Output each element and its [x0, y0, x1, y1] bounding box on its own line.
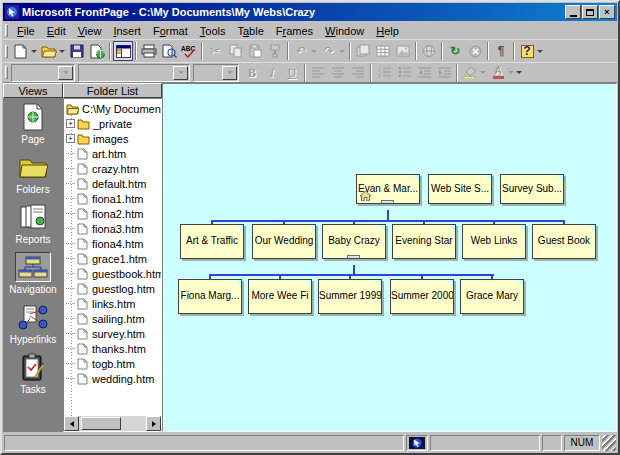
undo-button[interactable]: ↶ [291, 41, 311, 61]
view-item-folders[interactable]: Folders [3, 148, 63, 198]
nav-node-home[interactable]: Evan & Mar... [356, 174, 420, 204]
folder-list-hscrollbar[interactable] [64, 416, 161, 431]
stop-button[interactable] [465, 41, 485, 61]
tree-file[interactable]: art.htm [64, 146, 161, 161]
expand-plus-icon[interactable]: + [66, 119, 75, 128]
help-button[interactable]: ? [517, 41, 537, 61]
formatting-options-arrow[interactable] [516, 71, 522, 74]
style-combobox[interactable] [11, 64, 75, 82]
redo-button[interactable]: ↷ [319, 41, 339, 61]
tree-file[interactable]: togb.htm [64, 356, 161, 371]
highlight-color-button[interactable] [460, 63, 480, 83]
increase-indent-button[interactable] [434, 63, 454, 83]
open-button[interactable] [39, 41, 59, 61]
collapse-toggle[interactable] [347, 255, 360, 259]
view-item-hyperlinks[interactable]: Hyperlinks [3, 298, 63, 348]
font-color-dropdown-arrow[interactable] [508, 71, 514, 74]
insert-picture-button[interactable] [393, 41, 413, 61]
insert-table-button[interactable] [373, 41, 393, 61]
paste-button[interactable] [245, 41, 265, 61]
menu-table[interactable]: Table [231, 24, 269, 38]
maximize-button[interactable] [582, 5, 598, 19]
font-color-button[interactable]: A [488, 63, 508, 83]
scroll-thumb[interactable] [81, 417, 121, 430]
close-button[interactable]: × [599, 5, 615, 19]
tree-file[interactable]: guestlog.htm [64, 281, 161, 296]
decrease-indent-button[interactable] [414, 63, 434, 83]
nav-node[interactable]: Evening Star [392, 224, 456, 259]
menu-file[interactable]: File [11, 24, 41, 38]
font-combobox[interactable] [78, 64, 190, 82]
publish-web-button[interactable] [87, 41, 107, 61]
menu-view[interactable]: View [72, 24, 108, 38]
tree-file[interactable]: wedding.htm [64, 371, 161, 386]
view-item-navigation[interactable]: Navigation [3, 248, 63, 298]
folder-list-toggle-button[interactable] [113, 41, 133, 61]
menu-insert[interactable]: Insert [107, 24, 147, 38]
nav-node[interactable]: Web Site S... [428, 174, 492, 204]
standard-toolbar-grip[interactable] [5, 45, 8, 58]
tree-file[interactable]: grace1.htm [64, 251, 161, 266]
tree-file[interactable]: survey.htm [64, 326, 161, 341]
menu-frames[interactable]: Frames [270, 24, 319, 38]
align-right-button[interactable] [348, 63, 368, 83]
font-size-combobox[interactable] [193, 64, 239, 82]
align-left-button[interactable] [308, 63, 328, 83]
cut-button[interactable]: ✂ [205, 41, 225, 61]
nav-node[interactable]: Guest Book [532, 224, 596, 259]
hyperlink-button[interactable] [419, 41, 439, 61]
tree-file[interactable]: fiona2.htm [64, 206, 161, 221]
tree-file[interactable]: sailing.htm [64, 311, 161, 326]
format-painter-button[interactable] [265, 41, 285, 61]
numbered-list-button[interactable]: 12 [374, 63, 394, 83]
tree-folder-private[interactable]: + _private [64, 116, 161, 131]
nav-node[interactable]: Summer 1999 [318, 279, 382, 314]
minimize-button[interactable] [565, 5, 581, 19]
align-center-button[interactable] [328, 63, 348, 83]
new-page-dropdown-arrow[interactable] [31, 50, 37, 53]
tree-file[interactable]: default.htm [64, 176, 161, 191]
scroll-left-button[interactable] [64, 416, 79, 431]
tree-file[interactable]: fiona4.htm [64, 236, 161, 251]
spelling-button[interactable]: ABC [179, 41, 199, 61]
highlight-dropdown-arrow[interactable] [480, 71, 486, 74]
insert-component-button[interactable] [353, 41, 373, 61]
show-all-button[interactable]: ¶ [491, 41, 511, 61]
nav-node[interactable]: Grace Mary [460, 279, 524, 314]
nav-node[interactable]: Our Wedding [252, 224, 316, 259]
view-item-tasks[interactable]: Tasks [3, 348, 63, 398]
new-page-button[interactable] [11, 41, 31, 61]
formatting-toolbar-grip[interactable] [5, 66, 8, 79]
view-item-reports[interactable]: Reports [3, 198, 63, 248]
tree-file[interactable]: guestbook.htm [64, 266, 161, 281]
tree-folder-images[interactable]: + images [64, 131, 161, 146]
nav-node[interactable]: Summer 2000 [390, 279, 454, 314]
resize-grip[interactable] [602, 435, 616, 451]
save-button[interactable] [67, 41, 87, 61]
preview-in-browser-button[interactable] [159, 41, 179, 61]
menu-tools[interactable]: Tools [194, 24, 232, 38]
tree-file[interactable]: thanks.htm [64, 341, 161, 356]
redo-dropdown-arrow[interactable] [339, 50, 345, 53]
tree-file[interactable]: fiona1.htm [64, 191, 161, 206]
copy-button[interactable] [225, 41, 245, 61]
nav-node[interactable]: More Wee Fi [248, 279, 312, 314]
nav-node[interactable]: Survey Sub... [500, 174, 564, 204]
undo-dropdown-arrow[interactable] [311, 50, 317, 53]
nav-node[interactable]: Web Links [462, 224, 526, 259]
bulleted-list-button[interactable] [394, 63, 414, 83]
menu-format[interactable]: Format [147, 24, 194, 38]
menu-grip[interactable] [5, 24, 8, 37]
toolbar-options-arrow[interactable] [537, 50, 543, 53]
bold-button[interactable]: B [242, 63, 262, 83]
underline-button[interactable]: U [282, 63, 302, 83]
navigation-canvas[interactable]: Evan & Mar... Web Site S... Survey Sub..… [162, 83, 617, 432]
nav-node[interactable]: Fiona Marg... [178, 279, 242, 314]
refresh-button[interactable]: ↻ [445, 41, 465, 61]
menu-help[interactable]: Help [370, 24, 405, 38]
tree-file[interactable]: crazy.htm [64, 161, 161, 176]
italic-button[interactable]: I [262, 63, 282, 83]
expand-plus-icon[interactable]: + [66, 134, 75, 143]
nav-node[interactable]: Baby Crazy [322, 224, 386, 259]
view-item-page[interactable]: Page [3, 98, 63, 148]
